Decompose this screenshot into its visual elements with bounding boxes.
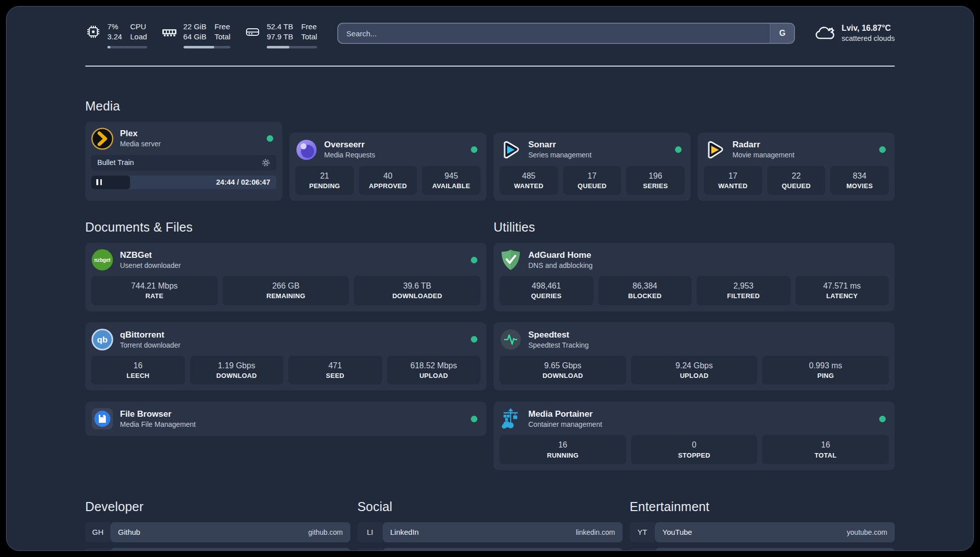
bookmark-url: linkedin.com [576, 528, 615, 536]
disk-total-label: Total [301, 32, 317, 42]
stat-tile: 471SEED [288, 356, 382, 385]
weather-location-temp: Lviv, 16.87°C [841, 23, 895, 34]
bookmark-netflix[interactable]: NF Netflix netflix.com [630, 548, 895, 551]
memory-total: 64 GiB [183, 32, 207, 42]
stat-tile: 17WANTED [704, 166, 762, 195]
memory-icon [161, 23, 177, 40]
service-card-speedtest[interactable]: Speedtest Speedtest Tracking 9.65 GbpsDO… [494, 322, 895, 391]
stat-tile: 618.52 MbpsUPLOAD [387, 356, 481, 385]
status-dot-online [675, 146, 682, 153]
search-provider-button[interactable]: G [770, 24, 794, 43]
overseerr-icon [295, 139, 318, 161]
service-card-portainer[interactable]: Media Portainer Container management 16R… [494, 402, 895, 470]
memory-progress-bar [183, 46, 231, 48]
stat-tile: 266 GBREMAINING [223, 276, 349, 305]
memory-widget: 22 GiB 64 GiB Free Total [161, 22, 231, 48]
stat-tile: 9.24 GbpsUPLOAD [631, 356, 758, 385]
column-documents: Documents & Files nzbget NZBGet Usenet d… [85, 220, 486, 470]
service-subtitle: Speedtest Tracking [528, 341, 589, 350]
qbittorrent-icon: qb [91, 328, 113, 351]
bookmark-github[interactable]: GH Github github.com [85, 522, 350, 542]
cpu-label: CPU [130, 22, 147, 32]
bookmark-abbr: TW [357, 548, 383, 551]
memory-free: 22 GiB [183, 22, 207, 32]
stat-tile: 485WANTED [500, 166, 558, 195]
status-dot-online [471, 336, 477, 343]
service-subtitle: Torrent downloader [120, 341, 180, 350]
stat-tile: 47.571 msLATENCY [795, 276, 889, 305]
bookmark-url: github.com [309, 528, 343, 536]
disk-free-label: Free [301, 22, 317, 32]
service-card-overseerr[interactable]: Overseerr Media Requests 21PENDING 40APP… [289, 133, 486, 201]
service-subtitle: Media server [120, 139, 161, 148]
service-title: Plex [120, 128, 161, 139]
status-dot-online [879, 146, 886, 153]
bookmark-abbr: LI [357, 522, 383, 542]
disk-free: 52.4 TB [267, 22, 293, 32]
stat-tile: 21PENDING [295, 166, 354, 195]
search-input[interactable] [338, 24, 770, 43]
bookmark-abbr: YT [630, 522, 655, 542]
now-playing-row: Bullet Train [91, 155, 276, 171]
search-bar: G [337, 23, 795, 44]
stat-tile: 22QUEUED [767, 166, 826, 195]
service-title: NZBGet [120, 250, 181, 261]
service-card-nzbget[interactable]: nzbget NZBGet Usenet downloader 744.21 M… [85, 243, 486, 311]
stat-tile: 16RUNNING [500, 435, 626, 464]
status-dot-online [471, 257, 477, 263]
status-dot-online [471, 146, 477, 153]
service-title: AdGuard Home [528, 250, 593, 261]
bookmark-name: Github [118, 528, 140, 536]
bookmark-abbr: NF [630, 548, 655, 551]
stat-tile: 196SERIES [626, 166, 685, 195]
plex-icon [91, 128, 113, 150]
bookmark-name: LinkedIn [390, 528, 419, 536]
service-title: Media Portainer [528, 409, 602, 420]
service-subtitle: Movie management [732, 150, 794, 159]
bookmark-twitter[interactable]: TW Twitter twitter.com [357, 548, 623, 551]
service-subtitle: Media Requests [324, 150, 375, 159]
cpu-icon [85, 23, 101, 40]
status-dot-online [471, 416, 477, 422]
disk-icon [244, 23, 261, 40]
service-card-plex[interactable]: Plex Media server Bullet Train [85, 122, 282, 201]
service-card-sonarr[interactable]: Sonarr Series management 485WANTED 17QUE… [494, 133, 691, 201]
stat-tile: 2,953FILTERED [697, 276, 790, 305]
stat-tile: 9.65 GbpsDOWNLOAD [500, 356, 626, 385]
service-subtitle: Usenet downloader [120, 261, 181, 270]
system-widgets: 7% 3.24 CPU Load [85, 22, 317, 48]
column-utilities: Utilities AdGuard Home DNS and adblockin… [494, 220, 895, 470]
stat-tile: 17QUEUED [563, 166, 622, 195]
service-card-radarr[interactable]: Radarr Movie management 17WANTED 22QUEUE… [698, 133, 895, 201]
bookmark-abbr: GH [85, 522, 110, 542]
service-title: Overseerr [324, 139, 375, 150]
status-dot-online [267, 135, 273, 142]
service-subtitle: DNS and adblocking [528, 261, 593, 270]
bookmark-stackoverflow[interactable]: SO StackOverflow stackoverflow.com [85, 548, 350, 551]
service-card-qbittorrent[interactable]: qb qBittorrent Torrent downloader 16LEEC… [85, 322, 486, 391]
section-heading-documents: Documents & Files [85, 220, 486, 235]
bookmark-youtube[interactable]: YT YouTube youtube.com [630, 522, 895, 542]
service-card-adguard[interactable]: AdGuard Home DNS and adblocking 498,461Q… [494, 243, 895, 311]
bookmark-name: YouTube [662, 528, 692, 536]
stat-tile: 744.21 MbpsRATE [91, 276, 218, 305]
bookmark-linkedin[interactable]: LI LinkedIn linkedin.com [357, 522, 623, 542]
cpu-percent: 7% [107, 22, 122, 32]
now-playing-title: Bullet Train [97, 158, 134, 166]
svg-text:qb: qb [97, 335, 108, 345]
top-bar: 7% 3.24 CPU Load [7, 7, 973, 48]
service-title: File Browser [120, 409, 196, 420]
session-settings-icon[interactable] [262, 158, 270, 167]
weather-condition: scattered clouds [841, 34, 895, 44]
bookmark-group-social: Social LI LinkedIn linkedin.com TW Twitt… [357, 499, 623, 551]
section-heading-social: Social [357, 499, 623, 514]
stat-tile: 945AVAILABLE [422, 166, 480, 195]
stat-tile: 498,461QUERIES [500, 276, 593, 305]
service-card-filebrowser[interactable]: File Browser Media File Management [85, 402, 486, 436]
service-subtitle: Container management [528, 420, 602, 429]
playback-progress-bar[interactable]: 24:44 / 02:06:47 [91, 176, 276, 189]
playback-time: 24:44 / 02:06:47 [216, 178, 270, 186]
status-dot-online [879, 416, 886, 422]
service-title: Speedtest [528, 329, 589, 341]
header-divider [85, 66, 895, 67]
